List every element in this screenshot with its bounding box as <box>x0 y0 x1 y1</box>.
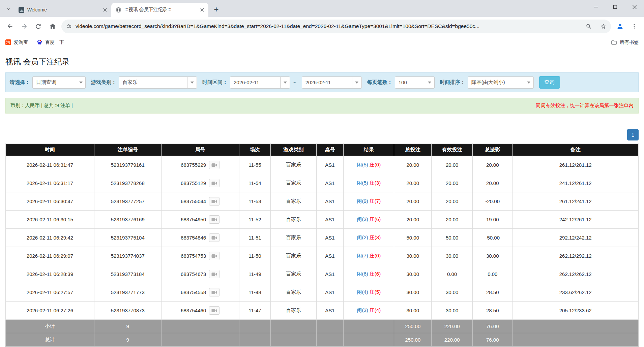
cell-total-bet-link[interactable]: 30.00 <box>394 247 432 265</box>
menu-icon[interactable] <box>627 20 641 33</box>
page-button-1[interactable]: 1 <box>627 129 639 140</box>
tab-title: :::视讯 会员下注纪录::: <box>124 7 196 13</box>
table-row: 2026-02-11 06:29:42 523193775104 6837548… <box>6 229 639 247</box>
cell-time: 2026-02-11 06:28:39 <box>6 265 94 283</box>
cell-total-bet-link[interactable]: 20.00 <box>394 174 432 192</box>
round-number: 683755129 <box>181 180 206 186</box>
game-kind-select[interactable]: 百家乐 <box>119 76 197 89</box>
video-camera-icon <box>211 254 217 258</box>
table-row: 2026-02-11 06:31:47 523193779161 6837552… <box>6 156 639 174</box>
url-text[interactable]: videoie.com/game/betrecord_search/kind3?… <box>76 23 580 29</box>
column-header-round: 局号 <box>161 144 239 156</box>
date-end-select[interactable]: 2026-02-11 <box>302 76 362 89</box>
video-replay-button[interactable] <box>209 270 219 278</box>
bookmark-star-icon[interactable] <box>598 21 609 32</box>
total-total-bet: 250.00 <box>394 333 432 347</box>
video-replay-button[interactable] <box>209 197 219 206</box>
reload-icon[interactable] <box>32 20 45 33</box>
cell-session: 11-51 <box>239 229 271 247</box>
maximize-icon[interactable] <box>606 0 625 14</box>
page-size-select[interactable]: 100 <box>395 76 435 89</box>
sort-order-select[interactable]: 降幂(由大到小) <box>468 76 534 89</box>
empty-cell <box>239 333 271 347</box>
page-title: 视讯 会员下注纪录 <box>5 57 639 67</box>
empty-cell <box>239 320 271 333</box>
bookmark-baidu[interactable]: 百度一下 <box>37 39 64 45</box>
cell-note: 242.12/261.12 <box>513 211 639 229</box>
banker-result: 庄(6) <box>370 271 381 277</box>
tab-bet-records[interactable]: :::视讯 会员下注纪录::: <box>111 3 208 17</box>
cell-result: 闲(7)庄(0) <box>344 247 394 265</box>
cell-total-bet-link[interactable]: 30.00 <box>394 283 432 302</box>
tab-search-chevron-icon[interactable] <box>3 4 13 14</box>
close-tab-icon[interactable] <box>101 6 109 13</box>
cell-table-no: AS1 <box>316 211 344 229</box>
cell-result: 闲(4)庄(5) <box>344 283 394 302</box>
video-replay-button[interactable] <box>209 179 219 187</box>
column-header-total-bet: 总投注 <box>394 144 432 156</box>
round-number: 683754753 <box>181 253 206 259</box>
cell-total-bet-link[interactable]: 30.00 <box>394 265 432 283</box>
cell-round: 683755229 <box>161 156 239 174</box>
cell-result: 闲(5)庄(0) <box>344 156 394 174</box>
back-icon[interactable] <box>3 20 17 33</box>
video-replay-button[interactable] <box>209 288 219 296</box>
table-row: 2026-02-11 06:30:47 523193777257 6837550… <box>6 192 639 211</box>
cell-time: 2026-02-11 06:29:42 <box>6 229 94 247</box>
forward-icon[interactable] <box>18 20 31 33</box>
cell-valid-bet: 30.00 <box>432 283 473 302</box>
zoom-icon[interactable] <box>583 21 594 32</box>
profile-icon[interactable] <box>613 20 626 33</box>
total-label: 总计 <box>6 333 94 347</box>
close-window-icon[interactable] <box>625 0 644 14</box>
table-header-row: 时间 注单编号 局号 场次 游戏类别 桌号 结果 总投注 有效投注 总派彩 备注 <box>6 144 639 156</box>
empty-cell <box>161 333 239 347</box>
round-number: 683755044 <box>181 198 206 204</box>
date-start-select[interactable]: 2026-02-11 <box>230 76 290 89</box>
video-replay-button[interactable] <box>209 252 219 260</box>
new-tab-icon[interactable]: + <box>211 4 222 15</box>
close-tab-icon[interactable] <box>199 6 206 13</box>
site-controls-icon[interactable] <box>66 23 72 29</box>
video-replay-button[interactable] <box>209 161 219 169</box>
column-header-payout: 总派彩 <box>473 144 513 156</box>
cell-game-kind: 百家乐 <box>271 229 316 247</box>
cell-game-kind: 百家乐 <box>271 283 316 302</box>
cell-total-bet-link[interactable]: 20.00 <box>394 192 432 211</box>
browser-toolbar: videoie.com/game/betrecord_search/kind3?… <box>0 17 644 36</box>
cell-total-bet-link[interactable]: 50.00 <box>394 229 432 247</box>
search-button[interactable]: 查询 <box>539 76 560 89</box>
address-bar[interactable]: videoie.com/game/betrecord_search/kind3?… <box>61 20 611 33</box>
cell-game-kind: 百家乐 <box>271 156 316 174</box>
cell-total-bet-link[interactable]: 20.00 <box>394 211 432 229</box>
cell-result: 闲(6)庄(6) <box>344 265 394 283</box>
cell-valid-bet: 20.00 <box>432 192 473 211</box>
home-icon[interactable] <box>46 20 59 33</box>
subtotal-total-bet: 250.00 <box>394 320 432 333</box>
video-replay-button[interactable] <box>209 306 219 315</box>
all-bookmarks-label: 所有书签 <box>620 39 639 45</box>
video-replay-button[interactable] <box>209 233 219 242</box>
video-replay-button[interactable] <box>209 215 219 224</box>
cell-valid-bet: 20.00 <box>432 174 473 192</box>
minimize-icon[interactable] <box>586 0 606 14</box>
cell-valid-bet: 20.00 <box>432 211 473 229</box>
all-bookmarks-button[interactable]: 所有书签 <box>611 39 639 45</box>
tab-welcome[interactable]: Welcome <box>14 3 111 17</box>
player-result: 闲(6) <box>357 271 368 277</box>
baidu-paw-icon <box>37 39 42 45</box>
banker-result: 庄(7) <box>370 198 381 204</box>
cell-payout: 28.50 <box>473 302 513 320</box>
cell-game-kind: 百家乐 <box>271 265 316 283</box>
query-type-select[interactable]: 日期查询 <box>32 76 86 89</box>
cell-note: 262.12/292.12 <box>513 247 639 265</box>
cell-table-no: AS1 <box>316 247 344 265</box>
cell-total-bet-link[interactable]: 30.00 <box>394 302 432 320</box>
empty-cell <box>513 320 639 333</box>
subtotal-label: 小计 <box>6 320 94 333</box>
bookmark-aitaobao[interactable]: 淘 爱淘宝 <box>5 39 28 45</box>
total-payout: 76.00 <box>473 333 513 347</box>
cell-total-bet-link[interactable]: 20.00 <box>394 156 432 174</box>
cell-table-no: AS1 <box>316 174 344 192</box>
cell-note: 205.12/233.62 <box>513 302 639 320</box>
